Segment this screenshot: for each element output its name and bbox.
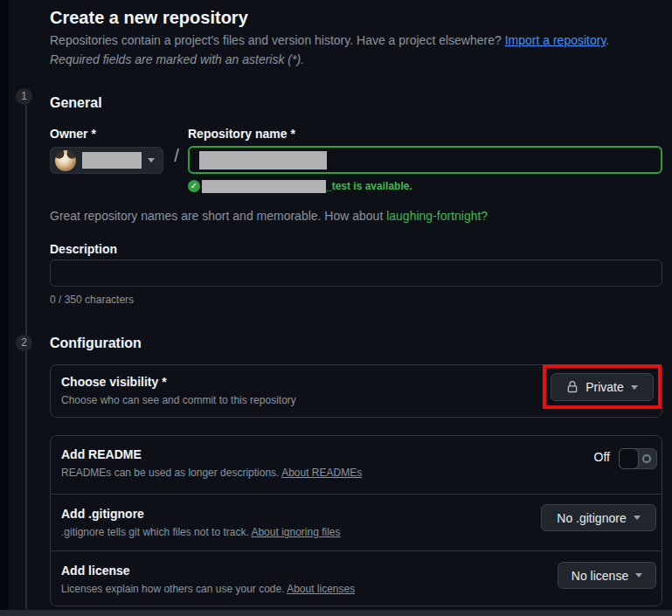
required-fields-note: Required fields are marked with an aster… bbox=[50, 52, 304, 66]
character-counter: 0 / 350 characters bbox=[50, 294, 134, 306]
repository-name-input[interactable] bbox=[188, 146, 662, 174]
add-readme-label: Add README bbox=[61, 447, 142, 461]
choose-visibility-label: Choose visibility * bbox=[61, 375, 167, 389]
chevron-down-icon bbox=[631, 385, 638, 390]
bottom-edge-strip bbox=[0, 610, 672, 616]
visibility-button-label: Private bbox=[585, 380, 624, 394]
license-button-label: No license bbox=[572, 569, 628, 583]
readme-toggle-state-label: Off bbox=[594, 450, 610, 464]
redacted-owner-name bbox=[82, 152, 142, 169]
owner-label: Owner * bbox=[50, 127, 96, 141]
options-card: Add README READMEs can be used as longer… bbox=[50, 435, 662, 606]
step-2-number: 2 bbox=[21, 336, 27, 349]
stepper-connector-line bbox=[25, 105, 27, 609]
suggestion-text: Great repository names are short and mem… bbox=[50, 209, 386, 223]
chevron-down-icon bbox=[634, 516, 641, 520]
left-edge-strip bbox=[0, 0, 9, 616]
section-heading-configuration: Configuration bbox=[50, 336, 142, 351]
add-license-description: Licenses explain how others can use your… bbox=[61, 583, 355, 595]
description-input[interactable] bbox=[50, 260, 662, 287]
suggested-name-link[interactable]: laughing-fortnight? bbox=[386, 209, 488, 223]
add-gitignore-description: .gitignore tells git which files not to … bbox=[61, 526, 341, 538]
choose-visibility-description: Choose who can see and commit to this re… bbox=[61, 394, 296, 406]
about-licenses-link[interactable]: About licenses bbox=[287, 583, 355, 595]
about-readmes-link[interactable]: About READMEs bbox=[281, 467, 362, 479]
owner-select-button[interactable] bbox=[50, 147, 163, 174]
owner-avatar bbox=[55, 150, 76, 171]
section-heading-general: General bbox=[50, 95, 102, 111]
redacted-repo-name bbox=[199, 151, 327, 170]
lock-icon bbox=[566, 381, 578, 393]
repository-name-label: Repository name * bbox=[188, 127, 295, 141]
name-suggestion: Great repository names are short and mem… bbox=[50, 209, 488, 223]
import-repository-link[interactable]: Import a repository bbox=[505, 33, 606, 47]
step-2-circle: 2 bbox=[16, 335, 32, 351]
availability-message: ✓ _test is available. bbox=[188, 179, 412, 193]
step-1-number: 1 bbox=[21, 90, 27, 102]
toggle-off-icon bbox=[642, 454, 651, 463]
about-ignoring-files-link[interactable]: About ignoring files bbox=[251, 526, 340, 538]
page-title: Create a new repository bbox=[50, 8, 248, 28]
readme-toggle-switch[interactable] bbox=[619, 448, 657, 469]
row-divider bbox=[51, 494, 662, 495]
subtitle-period: . bbox=[606, 33, 609, 47]
step-1-circle: 1 bbox=[16, 88, 32, 105]
check-circle-icon: ✓ bbox=[188, 180, 200, 192]
description-label: Description bbox=[50, 242, 117, 256]
create-repository-page: Create a new repository Repositories con… bbox=[0, 0, 672, 616]
gitignore-description-text: .gitignore tells git which files not to … bbox=[61, 526, 251, 538]
visibility-dropdown-button[interactable]: Private bbox=[551, 373, 654, 401]
readme-description-text: READMEs can be used as longer descriptio… bbox=[61, 467, 281, 479]
toggle-knob bbox=[619, 448, 639, 469]
row-divider bbox=[51, 550, 662, 551]
chevron-down-icon bbox=[148, 158, 155, 163]
license-description-text: Licenses explain how others can use your… bbox=[61, 583, 287, 595]
availability-text: _test is available. bbox=[326, 180, 412, 192]
owner-repo-separator: / bbox=[167, 146, 186, 166]
license-dropdown-button[interactable]: No license bbox=[558, 562, 656, 589]
add-readme-description: READMEs can be used as longer descriptio… bbox=[61, 467, 362, 479]
redacted-availability-name bbox=[202, 180, 326, 193]
page-subtitle: Repositories contain a project's files a… bbox=[50, 33, 609, 47]
gitignore-dropdown-button[interactable]: No .gitignore bbox=[541, 504, 656, 531]
gitignore-button-label: No .gitignore bbox=[557, 511, 626, 525]
add-license-label: Add license bbox=[61, 564, 130, 578]
chevron-down-icon bbox=[635, 573, 642, 578]
add-gitignore-label: Add .gitignore bbox=[61, 507, 144, 521]
subtitle-text: Repositories contain a project's files a… bbox=[50, 33, 505, 47]
